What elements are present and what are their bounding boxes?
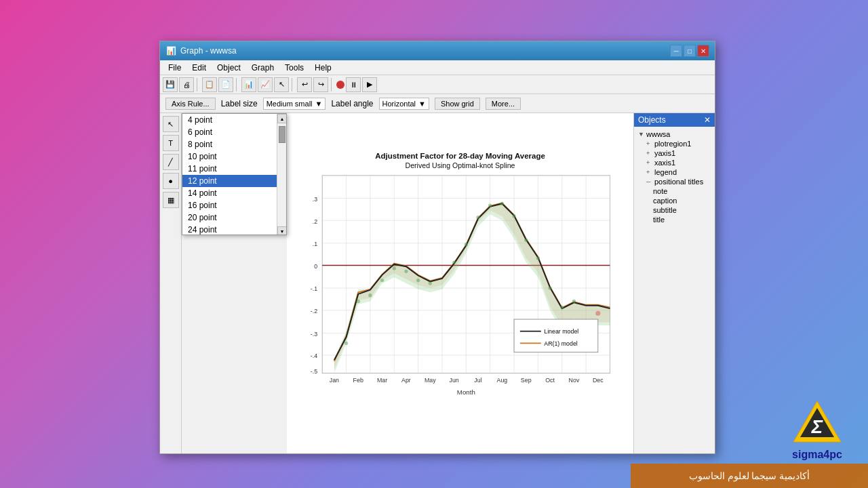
label-angle-chevron: ▼: [418, 100, 426, 108]
menu-graph[interactable]: Graph: [246, 62, 279, 74]
y-label--0.2: -.2: [311, 308, 317, 314]
x-label-mar: Mar: [377, 377, 387, 384]
sigma-logo-svg: Σ: [787, 398, 848, 449]
chart-area: Adjustment Factor for 28-day Moving Aver…: [287, 113, 633, 453]
x-label-feb: Feb: [353, 377, 363, 384]
text-tool-button[interactable]: T: [163, 135, 179, 151]
svg-point-28: [500, 202, 504, 205]
show-grid-button[interactable]: Show grid: [435, 98, 480, 110]
record-button[interactable]: [336, 81, 344, 89]
size-16pt[interactable]: 16 point: [182, 199, 286, 211]
app-icon: 📊: [165, 45, 176, 56]
dd-scroll-down[interactable]: ▼: [277, 226, 287, 235]
more-button[interactable]: More...: [486, 98, 521, 110]
tree-legend-label: legend: [654, 168, 677, 176]
menu-object[interactable]: Object: [212, 62, 246, 74]
x-label-nov: Nov: [569, 377, 580, 384]
svg-point-32: [548, 286, 551, 289]
size-8pt[interactable]: 8 point: [182, 138, 286, 150]
svg-point-34: [572, 300, 576, 303]
pause-button[interactable]: ⏸: [346, 77, 361, 92]
redo-button[interactable]: ↪: [313, 77, 328, 92]
chart-title-2: Derived Using Optimal-knot Spline: [406, 161, 515, 169]
tree-expand-yaxis: +: [646, 150, 653, 157]
legend-linear-label: Linear model: [544, 328, 578, 335]
size-24pt[interactable]: 24 point: [182, 224, 286, 235]
size-12pt[interactable]: 12 point: [182, 175, 286, 187]
menu-file[interactable]: File: [163, 62, 186, 74]
x-label-sep: Sep: [521, 377, 532, 384]
svg-point-24: [452, 260, 456, 264]
axis-rule-bar: Axis Rule... Label size Medium small ▼ L…: [160, 94, 715, 113]
label-size-label: Label size: [221, 99, 258, 108]
title-text: Graph - wwwsa: [180, 46, 670, 56]
tree-positional-titles[interactable]: ─ positional titles: [645, 177, 712, 186]
shape-tool-button[interactable]: ●: [163, 173, 179, 189]
cursor-button[interactable]: ↖: [274, 77, 289, 92]
tree-yaxis-label: yaxis1: [654, 149, 675, 157]
dd-scroll-up[interactable]: ▲: [277, 114, 287, 123]
scatter-dot-2: [357, 300, 360, 303]
label-size-dropdown[interactable]: 4 point 6 point 8 point 10 point 11 poin…: [182, 113, 287, 235]
tree-plotregion1[interactable]: + plotregion1: [645, 139, 712, 148]
size-14pt[interactable]: 14 point: [182, 187, 286, 199]
logo-area: Σ sigma4pc: [787, 398, 848, 461]
size-10pt[interactable]: 10 point: [182, 150, 286, 163]
size-4pt[interactable]: 4 point: [182, 114, 286, 126]
tree-note[interactable]: note: [652, 186, 712, 196]
svg-text:Σ: Σ: [811, 416, 823, 437]
x-axis-title: Month: [457, 388, 475, 396]
tree-subtitle[interactable]: subtitle: [652, 205, 712, 215]
tree-caption[interactable]: caption: [652, 196, 712, 205]
label-size-value: Medium small: [267, 100, 313, 108]
paste-button[interactable]: 📄: [218, 77, 233, 92]
axis-rule-button[interactable]: Axis Rule...: [165, 98, 216, 110]
svg-point-20: [393, 266, 396, 270]
label-angle-select[interactable]: Horizontal ▼: [379, 98, 429, 110]
tree-expand-xaxis: +: [646, 159, 653, 166]
line-tool-button[interactable]: ╱: [163, 154, 179, 170]
copy-button[interactable]: 📋: [202, 77, 217, 92]
tree-caption-label: caption: [653, 197, 677, 205]
minimize-button[interactable]: ─: [670, 45, 682, 57]
menu-help[interactable]: Help: [309, 62, 337, 74]
save-button[interactable]: 💾: [163, 77, 178, 92]
size-20pt[interactable]: 20 point: [182, 211, 286, 224]
tree-legend[interactable]: + legend: [645, 167, 712, 177]
dd-scroll-thumb[interactable]: [279, 126, 285, 143]
close-button[interactable]: ✕: [697, 45, 709, 57]
maximize-button[interactable]: □: [684, 45, 696, 57]
tree-subtitle-label: subtitle: [653, 206, 677, 214]
label-size-select[interactable]: Medium small ▼: [263, 98, 326, 110]
undo-button[interactable]: ↩: [297, 77, 312, 92]
toolbar-separator-3: [292, 78, 294, 92]
tree-root[interactable]: ▼ wwwsa: [637, 129, 712, 139]
x-label-dec: Dec: [593, 377, 604, 384]
menu-edit[interactable]: Edit: [186, 62, 212, 74]
svg-point-18: [368, 293, 372, 297]
frame-tool-button[interactable]: ▦: [163, 192, 179, 208]
label-size-chevron: ▼: [315, 100, 323, 108]
objects-panel-header: Objects ✕: [634, 113, 715, 127]
objects-tree: ▼ wwwsa + plotregion1 + yaxis1 + xaxis1 …: [634, 127, 715, 227]
size-6pt[interactable]: 6 point: [182, 126, 286, 138]
print-button[interactable]: 🖨: [179, 77, 194, 92]
toolbar-separator-1: [197, 78, 199, 92]
tree-title[interactable]: title: [652, 215, 712, 224]
svg-point-19: [380, 279, 384, 282]
objects-close-icon[interactable]: ✕: [704, 115, 711, 125]
size-11pt[interactable]: 11 point: [182, 163, 286, 175]
y-label-0.2: .2: [313, 218, 317, 225]
window-controls: ─ □ ✕: [670, 45, 709, 57]
tree-xaxis1[interactable]: + xaxis1: [645, 158, 712, 167]
tree-xaxis-label: xaxis1: [654, 159, 675, 167]
menu-tools[interactable]: Tools: [279, 62, 309, 74]
tree-yaxis1[interactable]: + yaxis1: [645, 148, 712, 158]
arabic-bar: أكاديمية سيجما لعلوم الحاسوب: [631, 464, 868, 488]
chart-type-1-button[interactable]: 📊: [241, 77, 256, 92]
chart-type-2-button[interactable]: 📈: [258, 77, 273, 92]
legend-box: [514, 319, 598, 352]
select-tool-button[interactable]: ↖: [163, 116, 179, 132]
tree-expand-pos-titles: ─: [646, 178, 653, 185]
play-button[interactable]: ▶: [362, 77, 377, 92]
